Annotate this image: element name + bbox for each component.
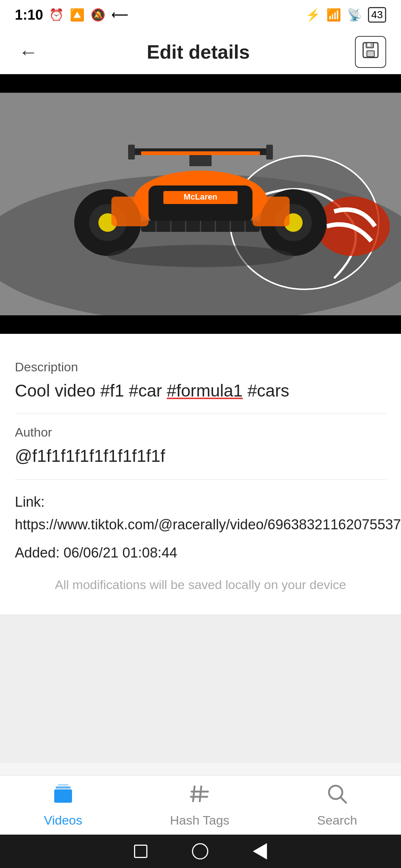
circle-icon — [192, 843, 208, 859]
status-bar-left: 1:10 ⏰ 🔼 🔕 ⟵ — [15, 7, 128, 23]
svg-rect-36 — [58, 784, 68, 786]
save-button[interactable] — [355, 36, 386, 68]
search-icon — [326, 783, 348, 810]
hashtag-f1: #f1 — [100, 381, 124, 400]
svg-rect-31 — [111, 197, 149, 226]
description-field: Description Cool video #f1 #car #formula… — [15, 349, 386, 414]
disclaimer-text: All modifications will be saved locally … — [15, 570, 386, 596]
meta-info: Link: https://www.tiktok.com/@racerally/… — [15, 480, 386, 607]
app-bar: ← Edit details — [0, 30, 401, 74]
svg-line-37 — [193, 786, 195, 801]
svg-rect-10 — [128, 145, 135, 160]
svg-line-42 — [340, 797, 346, 803]
desc-space2 — [162, 381, 167, 400]
hashtag-cars: #cars — [247, 381, 289, 400]
svg-point-33 — [108, 245, 293, 267]
hashtag-car: #car — [129, 381, 162, 400]
nav-item-hashtags[interactable]: Hash Tags — [155, 779, 244, 831]
hashtag-icon — [189, 783, 211, 810]
svg-line-38 — [200, 786, 201, 801]
videos-label: Videos — [44, 813, 82, 828]
added-value: 06/06/21 01:08:44 — [63, 545, 177, 560]
android-nav-bar — [0, 835, 401, 868]
status-bar-right: ⚡ 📶 📡 43 — [306, 7, 386, 23]
svg-rect-34 — [54, 789, 72, 803]
video-thumbnail: McLaren — [0, 93, 401, 315]
content-area: Description Cool video #f1 #car #formula… — [0, 334, 401, 614]
svg-text:McLaren: McLaren — [184, 192, 217, 201]
hashtag-formula1[interactable]: #formula1 — [167, 381, 243, 400]
notification-icon: 🔕 — [91, 8, 105, 22]
svg-rect-2 — [367, 51, 374, 57]
link-label: Link: — [15, 494, 45, 510]
page-title: Edit details — [147, 41, 250, 63]
author-value: @f1f1f1f1f1f1f1f1f1f — [15, 444, 386, 468]
signal-icon: 📶 — [326, 8, 341, 22]
svg-rect-32 — [252, 197, 290, 226]
cast-icon: ⟵ — [111, 8, 128, 22]
triangle-icon — [253, 843, 267, 859]
svg-rect-11 — [266, 145, 273, 160]
back-button[interactable]: ← — [15, 37, 42, 67]
desc-space1 — [124, 381, 129, 400]
description-value: Cool video #f1 #car #formula1 #cars — [15, 379, 386, 402]
link-row: Link: https://www.tiktok.com/@racerally/… — [15, 491, 386, 536]
nav-item-search[interactable]: Search — [302, 779, 372, 831]
status-bar: 1:10 ⏰ 🔼 🔕 ⟵ ⚡ 📶 📡 43 — [0, 0, 401, 30]
wifi-icon: 📡 — [347, 8, 362, 22]
author-label: Author — [15, 425, 386, 440]
videos-icon — [52, 783, 74, 810]
status-time: 1:10 — [15, 7, 43, 23]
search-label: Search — [317, 813, 357, 828]
svg-rect-12 — [189, 155, 212, 166]
desc-space3 — [243, 381, 248, 400]
back-nav-button[interactable] — [253, 843, 267, 859]
added-label: Added: — [15, 545, 63, 560]
svg-rect-3 — [368, 43, 371, 46]
link-url[interactable]: https://www.tiktok.com/@racerally/video/… — [15, 517, 401, 532]
author-field: Author @f1f1f1f1f1f1f1f1f1f — [15, 414, 386, 479]
bluetooth-icon: ⚡ — [306, 8, 320, 22]
battery-icon: 43 — [368, 7, 386, 23]
description-label: Description — [15, 360, 386, 374]
location-icon: 🔼 — [70, 8, 85, 22]
nav-item-videos[interactable]: Videos — [29, 779, 97, 831]
desc-text-normal: Cool video — [15, 381, 100, 400]
alarm-icon: ⏰ — [49, 8, 64, 22]
svg-rect-9 — [141, 151, 260, 155]
svg-rect-35 — [56, 786, 71, 789]
bottom-navigation: Videos Hash Tags Search — [0, 775, 401, 835]
video-thumbnail-container: McLaren — [0, 74, 401, 334]
added-row: Added: 06/06/21 01:08:44 — [15, 542, 386, 564]
home-button[interactable] — [192, 843, 208, 859]
gray-space — [0, 614, 401, 763]
recent-apps-button[interactable] — [134, 845, 147, 858]
square-icon — [134, 845, 147, 858]
hashtags-label: Hash Tags — [170, 813, 229, 828]
save-icon — [362, 41, 379, 63]
